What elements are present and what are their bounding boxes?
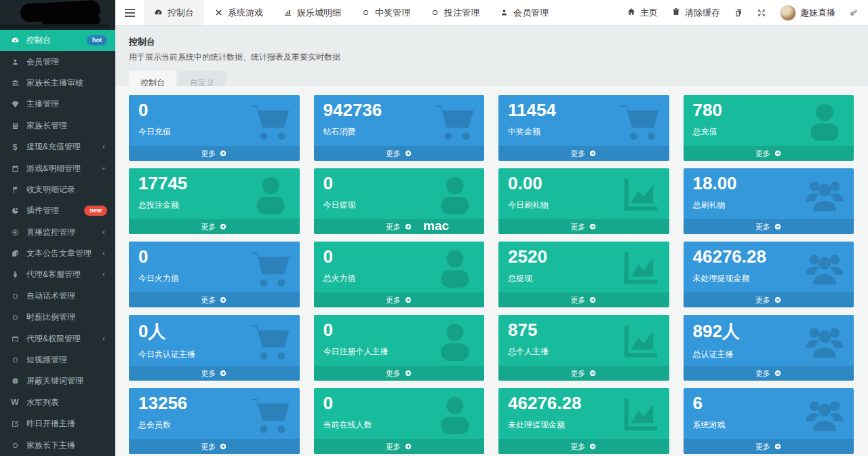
sidebar-item-label: 自动话术管理 [26,290,75,302]
sidebar-item[interactable]: 收支明细记录 [0,179,115,200]
sidebar-item[interactable]: 家族长主播审核 [0,73,115,94]
user-menu[interactable]: 趣妹直播 [780,5,835,21]
topbar-tab[interactable]: 娱乐城明细 [273,0,351,25]
sidebar-item[interactable]: 直播监控管理 [0,222,115,243]
topbar-tab[interactable]: 系统游戏 [204,0,273,25]
stat-label: 今日提现 [323,200,485,211]
sidebar-item-label: 会员管理 [26,56,59,68]
circle-icon [9,313,20,322]
home-button[interactable]: 主页 [627,7,658,19]
stat-value: 11454 [508,100,669,121]
more-link[interactable]: 更多 [129,292,300,307]
circle-icon [9,441,20,450]
more-link[interactable]: 更多 [314,439,485,454]
chevron-left-icon [100,250,107,257]
sidebar-item[interactable]: $ 提现&充值管理 [0,136,115,157]
sidebar-item[interactable]: 家族长管理 [0,115,115,136]
more-link[interactable]: 更多 [314,292,485,307]
sidebar-item[interactable]: 代理&客服管理 [0,264,115,285]
more-label: 更多 [386,442,401,452]
sidebar-item[interactable]: 插件管理new [0,200,115,221]
more-link[interactable]: 更多 [498,439,669,454]
sidebar-item[interactable]: 短视频管理 [0,349,115,370]
calendar-icon [9,164,20,173]
chevron-left-icon [100,229,107,236]
sidebar-item[interactable]: 文本公告文章管理 [0,243,115,264]
more-arrow-icon [774,149,782,157]
stat-card: 46276.28 未处理提现金额 更多 [498,388,669,454]
stat-value: 0 [138,246,300,267]
more-link[interactable]: 更多 [314,146,485,161]
more-link[interactable]: 更多 [684,219,854,234]
files-icon[interactable] [734,8,743,18]
sidebar-item-label: 昨日开播主播 [26,418,75,430]
more-arrow-icon [404,223,412,231]
bar-chart-icon [283,8,292,17]
circle-icon [11,313,20,322]
cross-icon [214,8,223,17]
more-link[interactable]: 更多 [684,146,854,161]
more-link[interactable]: 更多 [498,146,669,161]
sidebar-item-label: 代理&权限管理 [26,333,81,345]
stat-label: 总投注金额 [138,200,300,211]
more-link[interactable]: 更多 [129,439,300,454]
more-label: 更多 [201,442,216,452]
chevron-down-icon [100,165,107,172]
sidebar-item[interactable]: 家族长下主播 [0,434,115,455]
more-arrow-icon [774,223,782,231]
sidebar-item[interactable]: 自动话术管理 [0,286,115,307]
stat-card: 6 系统游戏 更多 [684,388,854,454]
topbar-tab[interactable]: 控制台 [144,0,204,25]
stat-value: 6 [693,393,854,414]
topbar-tab-label: 中奖管理 [375,7,410,19]
more-link[interactable]: 更多 [498,219,669,234]
fullscreen-icon[interactable] [757,8,766,18]
topbar-tab-label: 投注管理 [444,7,479,19]
more-link[interactable]: 更多 [684,292,854,307]
sidebar-item[interactable]: 控制台hot [0,30,115,51]
topbar-tab[interactable]: 会员管理 [490,0,559,25]
more-link[interactable]: 更多 [129,366,300,381]
main-panel: 控制台 用于展示当前系统中的统计数据、统计报表及重要实时数据 控制台自定义 0 … [115,26,868,456]
sidebar-item[interactable]: 时薪比例管理 [0,307,115,328]
topbar-tab[interactable]: 中奖管理 [351,0,420,25]
circle-icon [361,8,370,17]
circle-icon [431,8,439,17]
more-label: 更多 [386,295,401,305]
sidebar-item[interactable]: 游戏&明细管理 [0,157,115,178]
sidebar-item[interactable]: 昨日开播主播 [0,413,115,434]
sidebar-item[interactable]: 屏蔽关键词管理 [0,370,115,392]
sidebar-item[interactable]: 主播管理 [0,94,115,115]
sidebar-item[interactable]: 会员管理 [0,51,115,72]
more-link[interactable]: 更多 [498,366,669,381]
more-label: 更多 [755,222,770,232]
more-arrow-icon [404,149,412,157]
sidebar-item[interactable]: W 水军列表 [0,392,115,413]
agent-icon [9,270,20,279]
settings-cogs-icon[interactable] [849,8,859,18]
sidebar-toggle-icon[interactable] [115,0,144,25]
more-link[interactable]: 更多 [684,366,854,381]
more-arrow-icon [219,149,227,157]
more-link[interactable]: 更多 [314,366,485,381]
agent-icon [11,270,20,279]
page-title: 控制台 [129,36,854,48]
more-link[interactable]: 更多 [129,146,300,161]
clear-cache-label: 清除缓存 [685,7,720,19]
more-link[interactable]: 更多 [314,219,485,234]
gem-icon [11,100,20,109]
gauge-icon [154,8,163,17]
more-link[interactable]: 更多 [684,439,854,454]
stat-card: 942736 钻石消费 更多 [314,95,485,161]
topbar-tab[interactable]: 投注管理 [420,0,490,25]
sidebar-item-label: 文本公告文章管理 [26,248,92,259]
more-label: 更多 [570,368,585,379]
more-link[interactable]: 更多 [498,292,669,307]
clear-cache-button[interactable]: 清除缓存 [671,7,720,19]
home-label: 主页 [640,7,658,19]
more-link[interactable]: 更多 [129,219,300,234]
user-icon [11,58,20,66]
more-label: 更多 [201,368,216,379]
sidebar-item[interactable]: 代理&权限管理 [0,328,115,349]
topbar-right: 主页 清除缓存 趣妹直播 [627,0,868,25]
